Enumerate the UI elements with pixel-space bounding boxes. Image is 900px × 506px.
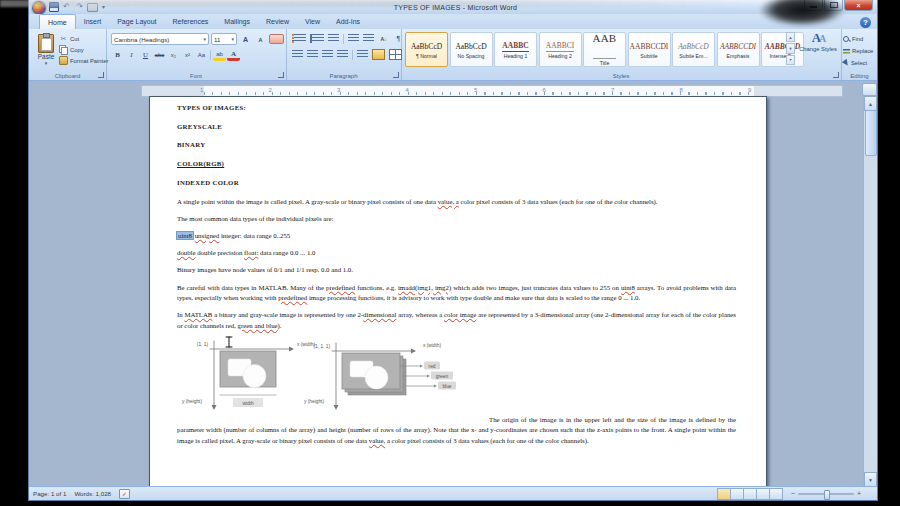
line-spacing-button[interactable] bbox=[356, 49, 369, 60]
font-size-combobox[interactable]: 11 ▾ bbox=[211, 33, 237, 45]
zoom-out-icon[interactable]: − bbox=[791, 490, 795, 497]
numbering-button[interactable] bbox=[309, 33, 325, 44]
web-layout-view-button[interactable] bbox=[743, 488, 757, 500]
tab-page-layout[interactable]: Page Layout bbox=[109, 14, 164, 29]
cut-button[interactable]: ✂ Cut bbox=[59, 33, 108, 44]
underline-button[interactable]: U bbox=[139, 50, 152, 61]
style-heading-2[interactable]: AABBCIHeading 2 bbox=[539, 32, 582, 67]
paragraph-dialog-launcher[interactable] bbox=[393, 72, 399, 78]
style--normal[interactable]: AaBbCcD¶ Normal bbox=[405, 32, 448, 67]
grow-font-button[interactable]: A bbox=[239, 34, 252, 45]
format-painter-button[interactable]: Format Painter bbox=[59, 55, 108, 66]
change-styles-button[interactable]: AA Change Styles bbox=[799, 31, 837, 73]
style-title[interactable]: AABTitle bbox=[583, 32, 626, 67]
paragraph-group: A↓ ¶ Paragraph bbox=[286, 29, 402, 80]
sort-button[interactable]: A↓ bbox=[377, 33, 390, 44]
print-icon[interactable] bbox=[87, 3, 98, 12]
window-title: TYPES OF IMAGES - Microsoft Word bbox=[107, 4, 804, 11]
undo-icon[interactable]: ↶ bbox=[61, 2, 72, 13]
copy-button[interactable]: Copy bbox=[59, 44, 108, 55]
qat-dropdown-icon[interactable]: ▾ bbox=[100, 2, 107, 13]
clear-formatting-button[interactable] bbox=[269, 34, 284, 44]
tab-mailings[interactable]: Mailings bbox=[216, 14, 258, 29]
tab-review[interactable]: Review bbox=[258, 14, 297, 29]
style-name: Emphasis bbox=[727, 53, 750, 59]
replace-button[interactable]: Replace bbox=[843, 45, 873, 57]
strikethrough-button[interactable]: abc bbox=[153, 50, 166, 61]
paste-dropdown-icon[interactable]: ▾ bbox=[45, 60, 48, 66]
vertical-scrollbar[interactable]: ▲ ▼ bbox=[863, 96, 877, 487]
scroll-down-button[interactable]: ▼ bbox=[864, 472, 877, 487]
align-left-button[interactable] bbox=[291, 49, 304, 60]
font-name-dropdown-icon[interactable]: ▾ bbox=[201, 36, 206, 42]
change-case-button[interactable]: Aa bbox=[195, 50, 208, 61]
print-layout-view-button[interactable] bbox=[717, 488, 731, 500]
zoom-slider-thumb[interactable] bbox=[824, 490, 830, 500]
tab-insert[interactable]: Insert bbox=[76, 14, 110, 29]
close-button[interactable]: × bbox=[844, 0, 873, 11]
tab-add-ins[interactable]: Add-Ins bbox=[328, 14, 368, 29]
decrease-indent-button[interactable] bbox=[347, 33, 360, 44]
tab-references[interactable]: References bbox=[165, 14, 217, 29]
window-controls: × bbox=[804, 0, 873, 11]
clipboard-dialog-launcher[interactable] bbox=[98, 72, 104, 78]
style-no-spacing[interactable]: AaBbCcDNo Spacing bbox=[450, 32, 493, 67]
tab-home[interactable]: Home bbox=[39, 14, 76, 29]
outline-view-button[interactable] bbox=[756, 488, 770, 500]
style-emphasis[interactable]: AABBCCDIEmphasis bbox=[717, 32, 760, 67]
align-center-button[interactable] bbox=[306, 49, 319, 60]
multilevel-list-button[interactable] bbox=[327, 33, 340, 44]
gallery-more-icon[interactable]: ▾ bbox=[786, 55, 795, 65]
align-right-button[interactable] bbox=[321, 49, 334, 60]
bullets-button[interactable] bbox=[291, 33, 307, 44]
ruler-number: 7 bbox=[611, 87, 614, 93]
subscript-button[interactable]: x₂ bbox=[167, 50, 180, 61]
ruler-toggle-button[interactable] bbox=[862, 83, 877, 96]
office-button[interactable] bbox=[32, 1, 46, 15]
style-intense-e-[interactable]: AABBCCDIntense E... bbox=[761, 32, 804, 67]
shading-button[interactable] bbox=[371, 49, 386, 60]
view-buttons bbox=[718, 488, 783, 500]
page-indicator[interactable]: Page: 1 of 1 bbox=[33, 490, 66, 497]
bold-button[interactable]: B bbox=[111, 50, 124, 61]
minimize-button[interactable] bbox=[804, 0, 823, 11]
find-button[interactable]: Find bbox=[843, 33, 873, 45]
redo-icon[interactable]: ↷ bbox=[74, 2, 85, 13]
gallery-up-icon[interactable]: ▲ bbox=[786, 32, 795, 42]
font-name-combobox[interactable]: Cambria (Headings) ▾ bbox=[111, 33, 209, 45]
document-page[interactable]: TYPES OF IMAGES:GREYSCALEBINARYCOLOR(RGB… bbox=[149, 96, 767, 487]
channel-red-label: red bbox=[429, 363, 436, 368]
tab-view[interactable]: View bbox=[297, 14, 328, 29]
italic-button[interactable]: I bbox=[125, 50, 138, 61]
superscript-button[interactable]: x² bbox=[181, 50, 194, 61]
style-subtle-em-[interactable]: AaBbCcDSubtle Em... bbox=[672, 32, 715, 67]
fullscreen-view-button[interactable] bbox=[730, 488, 744, 500]
shrink-font-button[interactable]: A bbox=[254, 34, 267, 45]
draft-view-button[interactable] bbox=[769, 488, 783, 500]
scrollbar-thumb[interactable] bbox=[865, 110, 877, 156]
style-subtitle[interactable]: AABBCCDISubtitle bbox=[628, 32, 671, 67]
zoom-in-icon[interactable]: + bbox=[857, 490, 861, 497]
style-heading-1[interactable]: AABBCHeading 1 bbox=[494, 32, 537, 67]
help-button[interactable]: ? bbox=[860, 17, 871, 28]
font-color-button[interactable]: A bbox=[227, 49, 240, 61]
justify-button[interactable] bbox=[336, 49, 349, 60]
zoom-slider[interactable] bbox=[798, 493, 854, 495]
paste-button[interactable]: Paste ▾ bbox=[33, 32, 59, 72]
word-count[interactable]: Words: 1,028 bbox=[74, 490, 111, 497]
select-button[interactable]: Select bbox=[843, 57, 873, 69]
text-highlight-button[interactable]: ab bbox=[213, 49, 226, 61]
scroll-up-button[interactable]: ▲ bbox=[864, 96, 877, 111]
styles-dialog-launcher[interactable] bbox=[833, 72, 839, 78]
font-dialog-launcher[interactable] bbox=[278, 72, 284, 78]
doc-text-run: ). bbox=[278, 322, 282, 329]
doc-text-run: value, bbox=[369, 437, 385, 444]
spellcheck-status-icon[interactable]: ✓ bbox=[119, 489, 130, 499]
save-icon[interactable] bbox=[49, 2, 59, 12]
font-size-dropdown-icon[interactable]: ▾ bbox=[229, 36, 234, 42]
shading-icon bbox=[372, 49, 385, 60]
gallery-down-icon[interactable]: ▼ bbox=[786, 43, 795, 53]
maximize-button[interactable] bbox=[824, 0, 843, 11]
increase-indent-button[interactable] bbox=[362, 33, 375, 44]
align-right-icon bbox=[322, 50, 333, 59]
